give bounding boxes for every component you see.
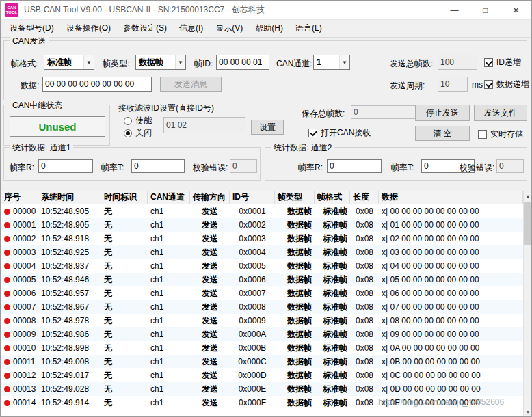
cell-ch: ch1 [148, 259, 190, 273]
data-input[interactable]: 00 00 00 00 00 00 00 00 [42, 77, 152, 92]
table-row[interactable]: 0001010:52:48.998无ch1发送0x000B数据帧标准帧0x08x… [1, 341, 523, 355]
frame-id-input[interactable]: 00 00 00 01 [216, 55, 269, 70]
table-row[interactable]: 0001110:52:49.008无ch1发送0x000C数据帧标准帧0x08x… [1, 355, 523, 368]
radio-selected-icon [124, 129, 132, 137]
table-row[interactable]: 0000610:52:48.957无ch1发送0x0007数据帧标准帧0x08x… [1, 286, 523, 300]
clear-button[interactable]: 清 空 [415, 126, 470, 141]
minimize-icon[interactable]: — [439, 1, 470, 20]
col-data[interactable]: 数据 [379, 191, 523, 204]
cell-len: 0x08 [350, 396, 379, 409]
frame-format-label: 帧格式: [11, 58, 38, 70]
cell-ch: ch1 [148, 341, 190, 355]
close-icon[interactable]: ✕ [501, 1, 531, 20]
send-file-button[interactable]: 发送文件 [474, 105, 527, 121]
stats-channel1-group: 统计数据: 通道1 帧率R: 0 帧率T: 0 校验错误: 0 [3, 147, 261, 181]
cell-data: x| 02 00 00 00 00 00 00 00 [379, 232, 523, 245]
col-length[interactable]: 长度 [350, 191, 379, 204]
cell-seq: 00002 [1, 232, 38, 245]
table-row[interactable]: 0000710:52:48.967无ch1发送0x0008数据帧标准帧0x08x… [1, 300, 523, 314]
vertical-scrollbar[interactable]: ▲ ▼ [523, 191, 532, 417]
table-row[interactable]: 0000510:52:48.946无ch1发送0x0006数据帧标准帧0x08x… [1, 273, 523, 286]
open-can-receive-checkbox[interactable]: 打开CAN接收 [308, 127, 371, 139]
table-row[interactable]: 0001210:52:49.017无ch1发送0x000D数据帧标准帧0x08x… [1, 368, 523, 382]
col-system-time[interactable]: 系统时间 [38, 191, 101, 204]
filter-disable-radio[interactable]: 关闭 [124, 127, 152, 139]
scroll-down-icon[interactable]: ▼ [524, 407, 532, 417]
app-window: CAN TOOL USB-CAN Tool V9.00 - USBCAN-II … [0, 0, 532, 417]
frame-type-select[interactable]: 数据帧 ▼ [135, 55, 186, 70]
record-dot-icon [4, 359, 10, 365]
cell-time: 10:52:48.986 [38, 327, 101, 341]
col-can-channel[interactable]: CAN通道 [148, 191, 190, 204]
record-dot-icon [4, 263, 10, 269]
cell-type: 数据帧 [275, 396, 315, 409]
save-total-input[interactable]: 0 [351, 105, 425, 119]
menu-language[interactable]: 语言(L) [289, 20, 328, 37]
can-channel-select[interactable]: 1 ▼ [313, 55, 350, 70]
cell-type: 数据帧 [275, 368, 315, 382]
filter-set-button[interactable]: 设置 [251, 120, 284, 135]
cell-data: x| 01 00 00 00 00 00 00 00 [379, 218, 523, 232]
send-total-input[interactable]: 100 [438, 55, 477, 70]
table-row[interactable]: 0000210:52:48.918无ch1发送0x0003数据帧标准帧0x08x… [1, 232, 523, 245]
cell-time: 10:52:48.937 [38, 259, 101, 273]
cell-dir: 发送 [190, 368, 230, 382]
cell-mark: 无 [101, 204, 148, 218]
cell-mark: 无 [101, 245, 148, 259]
cell-seq: 00008 [1, 314, 38, 327]
maximize-icon[interactable]: □ [470, 1, 501, 20]
cell-id: 0x000A [230, 327, 275, 341]
window-controls: — □ ✕ [439, 1, 531, 20]
table-row[interactable]: 0000010:52:48.905无ch1发送0x0001数据帧标准帧0x08x… [1, 204, 523, 218]
frame-format-select[interactable]: 标准帧 ▼ [44, 55, 94, 70]
menu-help[interactable]: 帮助(H) [249, 20, 289, 37]
col-time-mark[interactable]: 时间标识 [101, 191, 148, 204]
table-row[interactable]: 0000410:52:48.937无ch1发送0x0005数据帧标准帧0x08x… [1, 259, 523, 273]
send-period-input[interactable]: 10 [438, 77, 468, 92]
cell-len: 0x08 [350, 204, 379, 218]
open-can-receive-label: 打开CAN接收 [321, 127, 371, 139]
send-message-button[interactable]: 发送消息 [160, 77, 222, 92]
scroll-up-icon[interactable]: ▲ [524, 191, 532, 201]
realtime-store-checkbox[interactable]: 实时存储 [478, 129, 523, 140]
rate-t-value: 0 [131, 159, 185, 173]
table-row[interactable]: 0001410:52:49.914无ch1发送0x000F数据帧标准帧0x08x… [1, 396, 523, 409]
table-row[interactable]: 0000810:52:48.978无ch1发送0x0009数据帧标准帧0x08x… [1, 314, 523, 327]
menu-device-operation[interactable]: 设备操作(O) [60, 20, 117, 37]
col-frame-type[interactable]: 帧类型 [275, 191, 315, 204]
cell-mark: 无 [101, 286, 148, 300]
id-increment-checkbox[interactable]: ID递增 [484, 57, 521, 68]
filter-enable-radio[interactable]: 使能 [124, 115, 152, 126]
cell-type: 数据帧 [275, 218, 315, 232]
cell-seq: 00001 [1, 218, 38, 232]
cell-len: 0x08 [350, 218, 379, 232]
col-id[interactable]: ID号 [230, 191, 275, 204]
cell-mark: 无 [101, 259, 148, 273]
scrollbar-thumb[interactable] [524, 202, 532, 245]
table-row[interactable]: 0000110:52:48.905无ch1发送0x0002数据帧标准帧0x08x… [1, 218, 523, 232]
cell-dir: 发送 [190, 382, 230, 396]
menu-param-settings[interactable]: 参数设定(S) [117, 20, 173, 37]
cell-id: 0x0004 [230, 245, 275, 259]
table-row[interactable]: 0000910:52:48.986无ch1发送0x000A数据帧标准帧0x08x… [1, 327, 523, 341]
cell-ch: ch1 [148, 327, 190, 341]
record-dot-icon [4, 277, 10, 283]
cell-len: 0x08 [350, 259, 379, 273]
col-direction[interactable]: 传输方向 [190, 191, 230, 204]
menu-device-model[interactable]: 设备型号(D) [3, 20, 60, 37]
table-row[interactable]: 0000310:52:48.925无ch1发送0x0004数据帧标准帧0x08x… [1, 245, 523, 259]
col-frame-format[interactable]: 帧格式 [315, 191, 350, 204]
cell-id: 0x000D [230, 368, 275, 382]
cell-type: 数据帧 [275, 341, 315, 355]
can-send-group: CAN发送 帧格式: 标准帧 ▼ 帧类型: 数据帧 ▼ 帧ID: 00 00 0… [3, 40, 527, 100]
col-seq[interactable]: 序号 [1, 191, 38, 204]
filter-id-input[interactable]: 01 02 [163, 117, 245, 133]
menu-bar: 设备型号(D) 设备操作(O) 参数设定(S) 信息(I) 显示(V) 帮助(H… [1, 20, 531, 38]
menu-info[interactable]: 信息(I) [173, 20, 209, 37]
data-increment-checkbox[interactable]: 数据递增 [484, 79, 529, 90]
stop-send-button[interactable]: 停止发送 [415, 105, 470, 121]
menu-display[interactable]: 显示(V) [209, 20, 249, 37]
frame-type-value: 数据帧 [136, 55, 175, 69]
realtime-store-label: 实时存储 [490, 129, 523, 140]
table-row[interactable]: 0001310:52:49.028无ch1发送0x000E数据帧标准帧0x08x… [1, 382, 523, 396]
